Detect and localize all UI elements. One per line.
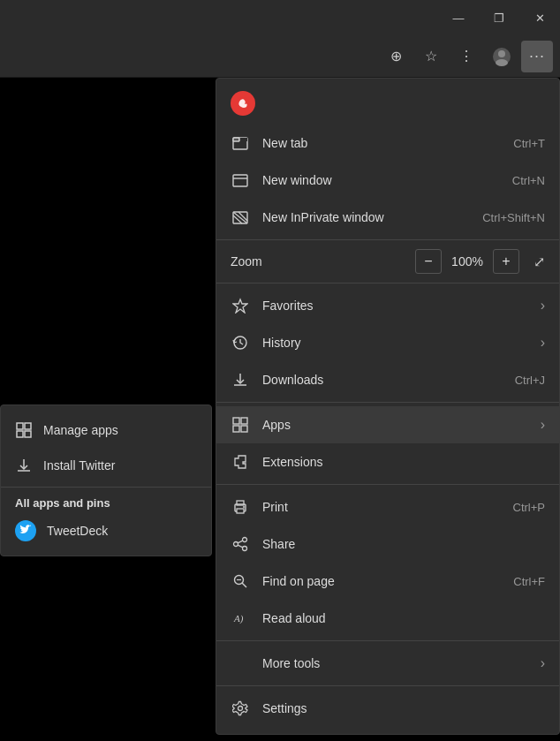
apps-icon: [231, 415, 250, 435]
more-button[interactable]: ···: [521, 41, 553, 72]
divider-5: [216, 640, 559, 641]
share-label: Share: [262, 537, 545, 551]
add-tab-button[interactable]: ⊕: [380, 41, 412, 72]
manage-apps-item[interactable]: Manage apps: [1, 412, 211, 448]
find-icon: [231, 571, 250, 591]
install-twitter-item[interactable]: Install Twitter: [1, 448, 211, 483]
svg-rect-11: [239, 138, 247, 141]
more-tools-arrow: ›: [541, 655, 545, 671]
inprivate-shortcut: Ctrl+Shift+N: [482, 211, 545, 224]
new-tab-icon: [231, 133, 250, 153]
manage-apps-icon: [15, 421, 33, 439]
print-shortcut: Ctrl+P: [513, 501, 545, 514]
read-aloud-icon: A): [231, 609, 250, 628]
share-item[interactable]: Share: [216, 526, 559, 563]
all-apps-label: All apps and pins: [1, 491, 211, 513]
new-tab-shortcut: Ctrl+T: [513, 137, 545, 150]
svg-rect-27: [237, 509, 244, 513]
zoom-controls: − 100% + ⤢: [415, 249, 545, 274]
extensions-icon: [231, 452, 250, 472]
favorites-label: Favorites: [262, 299, 521, 313]
history-label: History: [262, 336, 521, 350]
new-window-icon: [231, 170, 250, 190]
svg-rect-3: [17, 423, 23, 429]
settings-icon: [231, 699, 250, 718]
maximize-button[interactable]: ❐: [479, 0, 519, 35]
new-window-item[interactable]: New window Ctrl+N: [216, 162, 559, 199]
svg-rect-4: [25, 423, 31, 429]
inprivate-icon: [231, 208, 250, 227]
svg-point-1: [498, 50, 505, 57]
svg-point-32: [234, 542, 238, 547]
new-tab-item[interactable]: New tab Ctrl+T: [216, 125, 559, 162]
history-item[interactable]: History ›: [216, 324, 559, 361]
find-item[interactable]: Find on page Ctrl+F: [216, 563, 559, 600]
extensions-item[interactable]: Extensions: [216, 443, 559, 480]
read-aloud-item[interactable]: A) Read aloud: [216, 600, 559, 637]
svg-rect-25: [241, 426, 247, 432]
zoom-plus-button[interactable]: +: [493, 249, 519, 274]
more-tools-item[interactable]: More tools ›: [216, 645, 559, 682]
divider-4: [216, 484, 559, 485]
svg-point-2: [496, 59, 508, 66]
favorite-button[interactable]: ☆: [415, 41, 447, 72]
favorites-bar-button[interactable]: ⋮: [450, 41, 482, 72]
apps-submenu: Manage apps Install Twitter All apps and…: [0, 405, 212, 556]
main-menu: New tab Ctrl+T New window Ctrl+N: [216, 78, 560, 735]
share-icon: [231, 534, 250, 554]
close-button[interactable]: ✕: [519, 0, 560, 35]
divider-1: [216, 239, 559, 240]
divider-3: [216, 402, 559, 403]
svg-rect-24: [233, 426, 239, 432]
zoom-row: Zoom − 100% + ⤢: [216, 244, 559, 279]
divider-2: [216, 283, 559, 284]
svg-line-36: [242, 583, 246, 587]
edge-icon: [231, 91, 255, 116]
apps-arrow: ›: [541, 417, 545, 433]
favorites-item[interactable]: Favorites ›: [216, 287, 559, 324]
downloads-icon: [231, 370, 250, 389]
divider-6: [216, 685, 559, 686]
apps-submenu-divider: [1, 487, 211, 488]
apps-item[interactable]: Apps ›: [216, 406, 559, 443]
tweetdeck-item[interactable]: TweetDeck: [1, 513, 211, 548]
profile-button[interactable]: [486, 41, 518, 72]
downloads-shortcut: Ctrl+J: [515, 374, 545, 387]
zoom-label: Zoom: [231, 254, 415, 268]
svg-line-34: [238, 545, 243, 548]
history-arrow: ›: [541, 335, 545, 351]
apps-label: Apps: [262, 418, 521, 432]
menu-top-section: [216, 86, 559, 125]
find-shortcut: Ctrl+F: [513, 575, 545, 588]
svg-rect-10: [233, 138, 239, 141]
install-twitter-label: Install Twitter: [43, 458, 115, 473]
main-content-area: Manage apps Install Twitter All apps and…: [0, 78, 560, 741]
svg-point-31: [243, 547, 247, 551]
svg-line-33: [238, 541, 243, 543]
install-twitter-icon: [15, 457, 33, 474]
zoom-value: 100%: [449, 254, 486, 268]
read-aloud-label: Read aloud: [262, 611, 545, 625]
tweetdeck-label: TweetDeck: [47, 524, 108, 538]
print-item[interactable]: Print Ctrl+P: [216, 488, 559, 526]
history-icon: [231, 333, 250, 352]
profile-icon: [492, 47, 511, 66]
title-bar: — ❐ ✕: [0, 0, 560, 35]
tweetdeck-icon: [15, 520, 36, 541]
svg-rect-6: [25, 431, 31, 437]
print-icon: [231, 497, 250, 517]
find-label: Find on page: [262, 574, 501, 588]
fullscreen-icon[interactable]: ⤢: [534, 253, 545, 270]
new-tab-label: New tab: [262, 136, 501, 150]
svg-line-17: [233, 215, 242, 223]
svg-rect-23: [241, 418, 247, 424]
svg-point-39: [238, 707, 243, 711]
downloads-item[interactable]: Downloads Ctrl+J: [216, 361, 559, 398]
minimize-button[interactable]: —: [438, 0, 479, 35]
settings-item[interactable]: Settings: [216, 690, 559, 727]
svg-marker-19: [233, 299, 247, 313]
inprivate-label: New InPrivate window: [262, 210, 470, 224]
inprivate-item[interactable]: New InPrivate window Ctrl+Shift+N: [216, 199, 559, 236]
zoom-minus-button[interactable]: −: [415, 249, 442, 274]
downloads-label: Downloads: [262, 373, 503, 387]
